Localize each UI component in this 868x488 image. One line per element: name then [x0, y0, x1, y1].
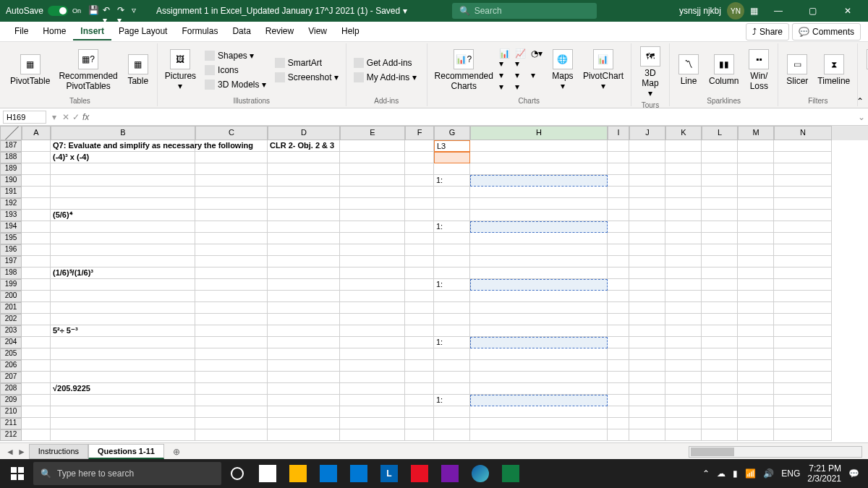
menu-insert[interactable]: Insert	[73, 23, 111, 40]
cell-B193[interactable]: (5/6)⁴	[51, 210, 195, 221]
cell-H209[interactable]	[470, 395, 608, 406]
language-indicator[interactable]: ENG	[781, 468, 800, 479]
row-header-188[interactable]: 188	[0, 152, 22, 163]
cell-B198[interactable]: (1/6)⁵/(1/6)³	[51, 267, 195, 279]
icons-button[interactable]: Icons	[202, 64, 269, 77]
minimize-button[interactable]: —	[764, 0, 793, 22]
column-header-E[interactable]: E	[340, 126, 405, 140]
row-header-192[interactable]: 192	[0, 198, 22, 210]
row-header-198[interactable]: 198	[0, 267, 22, 279]
sparkline-line-button[interactable]: 〽Line	[674, 53, 703, 87]
excel-icon[interactable]	[496, 459, 525, 488]
share-button[interactable]: ⤴Share	[746, 23, 789, 40]
column-header-H[interactable]: H	[470, 126, 608, 140]
name-box[interactable]	[3, 111, 46, 124]
app-icon-1[interactable]: L	[375, 459, 404, 488]
tab-prev-icon[interactable]: ◄	[6, 447, 14, 457]
row-header-197[interactable]: 197	[0, 256, 22, 267]
app-icon-2[interactable]	[405, 459, 434, 488]
row-header-193[interactable]: 193	[0, 210, 22, 221]
mail-icon[interactable]	[344, 459, 373, 488]
3d-map-button[interactable]: 🗺3D Map ▾	[636, 45, 665, 100]
taskbar-search[interactable]: 🔍Type here to search	[33, 462, 221, 485]
column-header-L[interactable]: L	[702, 126, 738, 140]
wifi-icon[interactable]: 📶	[745, 468, 756, 479]
worksheet-grid[interactable]: ABCDEFGHIJKLMN 1871881891901911921931941…	[0, 126, 868, 442]
pivottable-button[interactable]: ▦PivotTable	[7, 53, 53, 87]
battery-icon[interactable]: ▮	[733, 468, 738, 479]
cell-H190[interactable]	[470, 175, 608, 187]
redo-icon[interactable]: ↷ ▾	[117, 5, 129, 17]
row-header-190[interactable]: 190	[0, 175, 22, 187]
recommended-pivottables-button[interactable]: ▦?Recommended PivotTables	[56, 48, 120, 93]
cell-B188[interactable]: (-4)³ x (-4)	[51, 152, 195, 163]
shapes-button[interactable]: Shapes ▾	[202, 49, 269, 62]
map-chart-icon[interactable]: ▾	[515, 82, 529, 92]
horizontal-scrollbar[interactable]	[689, 446, 862, 458]
sparkline-winloss-button[interactable]: ▪▪Win/ Loss	[744, 48, 773, 93]
cell-H199[interactable]	[470, 279, 608, 291]
comments-button[interactable]: 💬Comments	[792, 23, 861, 40]
close-button[interactable]: ✕	[833, 0, 862, 22]
notifications-icon[interactable]: 💬	[848, 468, 859, 479]
column-header-I[interactable]: I	[608, 126, 629, 140]
column-header-C[interactable]: C	[195, 126, 268, 140]
row-header-200[interactable]: 200	[0, 291, 22, 302]
smartart-button[interactable]: SmartArt	[272, 56, 341, 69]
combo-chart-icon[interactable]: ▾	[531, 70, 545, 80]
save-icon[interactable]: 💾	[88, 5, 100, 17]
account-name[interactable]: ysnsjj njkbj	[679, 6, 721, 16]
expand-formula-bar-icon[interactable]: ⌄	[858, 112, 865, 122]
sheet-tab-instructions[interactable]: Instructions	[29, 444, 88, 459]
row-header-207[interactable]: 207	[0, 372, 22, 383]
row-header-212[interactable]: 212	[0, 429, 22, 441]
recommended-charts-button[interactable]: 📊?Recommended Charts	[432, 48, 496, 93]
row-header-211[interactable]: 211	[0, 418, 22, 429]
row-header-210[interactable]: 210	[0, 406, 22, 418]
column-header-B[interactable]: B	[51, 126, 195, 140]
menu-page-layout[interactable]: Page Layout	[111, 23, 174, 40]
new-sheet-button[interactable]: ⊕	[167, 447, 186, 457]
column-header-K[interactable]: K	[665, 126, 702, 140]
row-header-196[interactable]: 196	[0, 244, 22, 256]
cell-G209[interactable]: 1:	[434, 395, 470, 406]
statistic-chart-icon[interactable]: ▾	[515, 70, 529, 80]
document-title[interactable]: Assignment 1 in Excel_Updated January 17…	[156, 6, 407, 16]
pictures-button[interactable]: 🖼Pictures▾	[162, 48, 199, 93]
collapse-ribbon-icon[interactable]: ⌃	[856, 96, 864, 106]
cell-B208[interactable]: √205.9225	[51, 383, 195, 395]
tab-next-icon[interactable]: ►	[17, 447, 26, 457]
3d-models-button[interactable]: 3D Models ▾	[202, 78, 269, 91]
timeline-button[interactable]: ⧗Timeline	[814, 53, 853, 87]
row-header-208[interactable]: 208	[0, 383, 22, 395]
row-header-209[interactable]: 209	[0, 395, 22, 406]
column-header-M[interactable]: M	[738, 126, 774, 140]
clock[interactable]: 7:21 PM2/3/2021	[807, 463, 841, 484]
onenote-icon[interactable]	[435, 459, 464, 488]
row-header-201[interactable]: 201	[0, 302, 22, 314]
cell-H204[interactable]	[470, 337, 608, 348]
cortana-icon[interactable]	[223, 459, 252, 488]
row-header-194[interactable]: 194	[0, 221, 22, 233]
row-header-191[interactable]: 191	[0, 187, 22, 198]
menu-view[interactable]: View	[301, 23, 334, 40]
screenshot-button[interactable]: Screenshot ▾	[272, 71, 341, 84]
autosave-toggle[interactable]: AutoSave On	[6, 6, 81, 16]
task-view-icon[interactable]	[253, 459, 282, 488]
row-header-189[interactable]: 189	[0, 163, 22, 175]
column-header-D[interactable]: D	[268, 126, 340, 140]
cell-D187[interactable]: CLR 2- Obj. 2 & 3	[268, 140, 340, 152]
my-addins-button[interactable]: My Add-ins ▾	[351, 71, 420, 84]
store-icon[interactable]	[314, 459, 343, 488]
onedrive-icon[interactable]: ☁	[717, 468, 726, 479]
table-button[interactable]: ▦Table	[124, 53, 153, 87]
fx-icon[interactable]: fx	[82, 112, 89, 122]
customize-qat-icon[interactable]: ▿	[132, 5, 143, 17]
menu-home[interactable]: Home	[35, 23, 73, 40]
menu-file[interactable]: File	[7, 23, 35, 40]
hierarchy-chart-icon[interactable]: ▾	[499, 70, 514, 80]
slicer-button[interactable]: ▭Slicer	[783, 53, 812, 87]
row-header-202[interactable]: 202	[0, 314, 22, 325]
volume-icon[interactable]: 🔊	[763, 468, 774, 479]
search-box[interactable]: 🔍 Search	[452, 3, 597, 19]
